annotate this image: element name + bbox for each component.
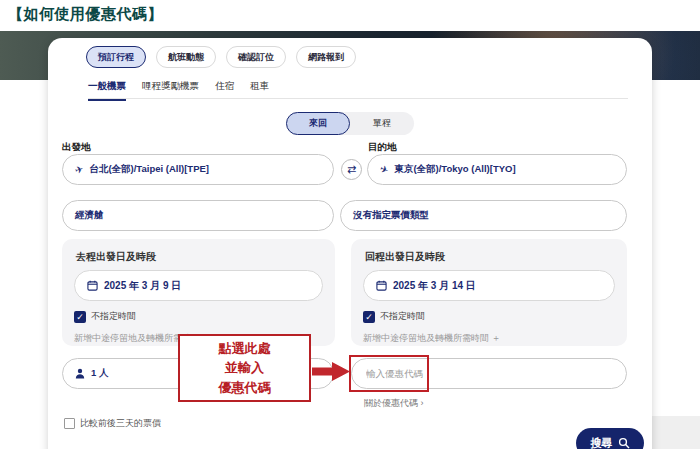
origin-field[interactable]: ✈ 台北(全部)/Taipei (All)[TPE] <box>62 154 334 185</box>
search-button[interactable]: 搜尋 <box>576 428 644 449</box>
search-button-label: 搜尋 <box>591 436 613 449</box>
departure-plane-icon: ✈ <box>74 163 85 176</box>
booking-widget-card: 預訂行程 航班動態 確認訂位 網路報到 一般機票 哩程獎勵機票 住宿 租車 來回… <box>48 38 652 449</box>
promo-code-field-wrap <box>351 358 627 389</box>
calendar-icon <box>87 280 98 291</box>
outbound-no-time-label: 不指定時間 <box>91 310 136 323</box>
outbound-panel-header: 去程出發日及時段 <box>76 250 323 264</box>
toggle-one-way[interactable]: 單程 <box>350 117 414 130</box>
outbound-no-time-checkbox[interactable]: ✓ <box>74 311 86 323</box>
compare-fares-checkbox[interactable] <box>64 418 75 429</box>
outbound-date-value: 2025 年 3 月 9 日 <box>104 279 181 293</box>
page-title: 【如何使用優惠代碼】 <box>8 5 163 24</box>
outbound-date-panel: 去程出發日及時段 2025 年 3 月 9 日 ✓ 不指定時間 新增中途停留地及… <box>62 239 335 346</box>
destination-value: 東京(全部)/Tokyo (All)[TYO] <box>394 163 515 176</box>
subtabs-divider <box>88 98 628 99</box>
page-background-corner <box>651 416 700 449</box>
return-panel-header: 回程出發日及時段 <box>365 250 615 264</box>
annotation-callout: 點選此處 並輸入 優惠代碼 <box>178 334 311 402</box>
destination-field[interactable]: ✈ 東京(全部)/Tokyo (All)[TYO] <box>367 154 627 185</box>
return-date-panel: 回程出發日及時段 2025 年 3 月 14 日 ✓ 不指定時間 新增中途停留地… <box>351 239 627 346</box>
annotation-line-3: 優惠代碼 <box>219 378 271 398</box>
arrival-plane-icon: ✈ <box>378 163 390 176</box>
swap-origin-destination-button[interactable]: ⇄ <box>341 159 362 180</box>
tab-manage-booking[interactable]: 確認訂位 <box>226 46 286 68</box>
search-icon <box>618 437 630 449</box>
screenshot-stage: 【如何使用優惠代碼】 預訂行程 航班動態 確認訂位 網路報到 一般機票 哩程獎勵… <box>0 0 700 449</box>
origin-value: 台北(全部)/Taipei (All)[TPE] <box>89 163 209 176</box>
compare-fares-row: 比較前後三天的票價 <box>64 417 161 430</box>
toggle-round-trip[interactable]: 來回 <box>286 112 350 135</box>
return-no-time-checkbox[interactable]: ✓ <box>363 311 375 323</box>
fare-type-value: 沒有指定票價類型 <box>353 209 429 222</box>
return-date-value: 2025 年 3 月 14 日 <box>393 279 476 293</box>
promo-code-input[interactable] <box>351 358 627 389</box>
passengers-value: 1 人 <box>91 367 108 380</box>
tab-book-trip[interactable]: 預訂行程 <box>86 46 146 68</box>
cabin-class-select[interactable]: 經濟艙 <box>62 200 334 231</box>
person-icon <box>75 368 85 379</box>
compare-fares-label: 比較前後三天的票價 <box>80 417 161 430</box>
tab-flight-status[interactable]: 航班動態 <box>156 46 216 68</box>
annotation-arrow-icon <box>312 362 350 381</box>
calendar-icon <box>376 280 387 291</box>
tab-online-checkin[interactable]: 網路報到 <box>296 46 356 68</box>
trip-type-toggle: 來回 單程 <box>286 112 414 135</box>
main-tabs: 預訂行程 航班動態 確認訂位 網路報到 <box>86 46 356 68</box>
return-add-stopover-link[interactable]: 新增中途停留地及轉機所需時間 ＋ <box>363 332 615 345</box>
outbound-date-field[interactable]: 2025 年 3 月 9 日 <box>74 270 323 301</box>
return-date-field[interactable]: 2025 年 3 月 14 日 <box>363 270 615 301</box>
annotation-line-2: 並輸入 <box>225 358 264 378</box>
outbound-no-time-row: ✓ 不指定時間 <box>74 310 323 323</box>
about-promo-code-link[interactable]: 關於優惠代碼 › <box>364 397 424 410</box>
destination-label: 目的地 <box>368 141 397 154</box>
fare-type-select[interactable]: 沒有指定票價類型 <box>340 200 627 231</box>
origin-label: 出發地 <box>62 141 91 154</box>
return-no-time-label: 不指定時間 <box>380 310 425 323</box>
annotation-line-1: 點選此處 <box>219 339 271 359</box>
return-no-time-row: ✓ 不指定時間 <box>363 310 615 323</box>
cabin-class-value: 經濟艙 <box>75 209 104 222</box>
swap-icon: ⇄ <box>347 163 356 176</box>
